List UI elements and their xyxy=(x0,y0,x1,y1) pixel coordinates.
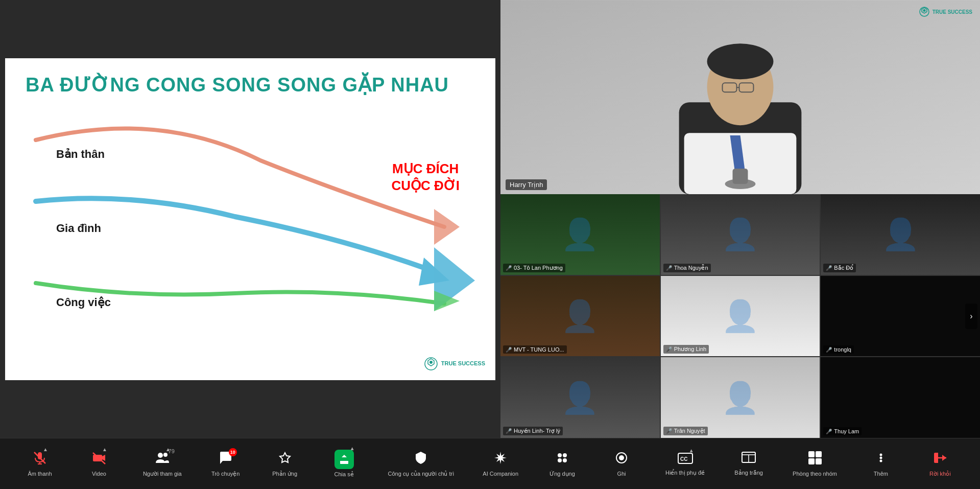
toolbar-item-am-thanh[interactable]: ▲ Âm thanh xyxy=(25,451,55,477)
toolbar-item-ai-companion[interactable]: AI Companion xyxy=(483,451,518,477)
breakout-icon xyxy=(808,451,822,469)
more-icon xyxy=(874,451,888,469)
participant-tile: 👤 🎤 Phương Linh xyxy=(661,276,820,357)
svg-point-42 xyxy=(879,454,882,456)
toolbar-item-tro-chuyen[interactable]: 10 Trò chuyện xyxy=(210,451,241,477)
participant-name: 🎤 Thoa Nguyễn xyxy=(663,264,711,272)
participant-name: 🎤 MVT - TUNG LUO... xyxy=(503,345,567,354)
toolbar: ▲ Âm thanh ▲ Video xyxy=(0,438,980,489)
record-icon xyxy=(614,451,629,469)
camera-icon xyxy=(92,451,106,469)
captions-icon: CC xyxy=(678,452,693,468)
watermark: TRUE SUCCESS xyxy=(919,6,972,17)
toolbar-item-hien-thi-phu-de[interactable]: CC ▲ Hiển thị phụ đề xyxy=(665,452,705,476)
svg-point-12 xyxy=(707,43,774,79)
toolbar-item-phan-ung[interactable]: Phản ứng xyxy=(270,451,300,477)
apps-icon xyxy=(555,451,569,469)
logo-icon xyxy=(424,357,438,371)
slide-logo: TRUE SUCCESS xyxy=(424,357,485,371)
toolbar-label-cong-cu: Công cụ của người chủ trì xyxy=(388,471,455,477)
participant-tile: 👤 🎤 03- Tô Lan Phương xyxy=(500,194,660,275)
svg-marker-2 xyxy=(434,209,460,245)
moderator-icon xyxy=(414,451,428,469)
svg-point-44 xyxy=(879,460,882,462)
svg-rect-17 xyxy=(733,169,748,184)
toolbar-label-bang-trang: Bảng trắng xyxy=(734,470,763,476)
svg-point-5 xyxy=(429,361,433,364)
participant-name: 🎤 Bắc Đổ xyxy=(823,264,856,272)
mic-muted-icon: 🎤 xyxy=(826,265,832,271)
slide-curves xyxy=(5,99,495,380)
toolbar-item-them[interactable]: Thêm xyxy=(866,451,896,477)
mic-muted-icon: 🎤 xyxy=(506,347,512,353)
svg-rect-38 xyxy=(808,451,815,457)
toolbar-label-ghi: Ghi xyxy=(617,471,626,477)
main-layout: BA ĐƯỜNG CONG SONG SONG GẶP NHAU Bản t xyxy=(0,0,980,438)
toolbar-label-roi-khoi: Rời khỏi xyxy=(929,471,951,477)
label-giadinh: Gia đình xyxy=(56,222,101,235)
svg-point-30 xyxy=(563,458,567,462)
chevron-up-icon: ▲ xyxy=(165,447,171,452)
mic-muted-icon: 🎤 xyxy=(506,265,512,271)
participants-icon xyxy=(155,451,170,469)
right-panel: TRUE SUCCESS xyxy=(500,0,980,438)
toolbar-item-video[interactable]: ▲ Video xyxy=(84,451,114,477)
participant-tile: 👤 🎤 Thoa Nguyễn xyxy=(661,194,820,275)
svg-rect-40 xyxy=(808,458,815,464)
ai-companion-icon xyxy=(493,451,508,469)
svg-point-29 xyxy=(558,458,562,462)
mic-muted-icon: 🎤 xyxy=(666,428,672,434)
toolbar-item-ung-dung[interactable]: Ứng dụng xyxy=(547,451,578,477)
toolbar-item-ghi[interactable]: Ghi xyxy=(606,451,637,477)
toolbar-item-nguoi-tham-gia[interactable]: 79 ▲ Người tham gia xyxy=(143,451,182,477)
svg-point-27 xyxy=(558,453,562,457)
participants-grid: 👤 🎤 03- Tô Lan Phương 👤 🎤 Thoa Nguyễn 👤 xyxy=(500,194,980,438)
slide-title: BA ĐƯỜNG CONG SONG SONG GẶP NHAU xyxy=(26,74,475,96)
toolbar-item-phong-theo-nhom[interactable]: Phòng theo nhóm xyxy=(793,451,837,477)
label-banthan: Bản thân xyxy=(56,148,105,161)
toolbar-label-tro-chuyen: Trò chuyện xyxy=(211,471,240,477)
chevron-up-icon: ▲ xyxy=(43,447,48,452)
svg-point-28 xyxy=(563,453,567,457)
slide-content: BA ĐƯỜNG CONG SONG SONG GẶP NHAU Bản t xyxy=(5,58,495,380)
speaker-name-badge: Harry Trịnh xyxy=(506,179,547,190)
participant-tile: 👤 🎤 Huyền Linh- Trợ lý xyxy=(500,357,660,438)
svg-point-25 xyxy=(158,453,163,458)
toolbar-label-ung-dung: Ứng dụng xyxy=(549,471,575,477)
svg-marker-23 xyxy=(102,455,105,461)
leave-icon xyxy=(933,451,947,469)
mic-icon xyxy=(33,451,47,469)
participant-name: 🎤 Phương Linh xyxy=(663,345,709,354)
toolbar-item-bang-trang[interactable]: Bảng trắng xyxy=(733,452,764,476)
participant-tile: 🎤 tronglq xyxy=(821,276,980,357)
participant-name: 🎤 tronglq xyxy=(823,345,854,354)
watermark-text: TRUE SUCCESS xyxy=(933,9,972,15)
speaker-figure-svg xyxy=(500,0,980,194)
participant-name: 🎤 Thuy Lam xyxy=(823,427,862,435)
toolbar-item-cong-cu[interactable]: Công cụ của người chủ trì xyxy=(388,451,455,477)
toolbar-label-them: Thêm xyxy=(874,471,888,477)
participant-name: 🎤 03- Tô Lan Phương xyxy=(503,264,565,272)
svg-point-7 xyxy=(923,9,925,12)
toolbar-item-roi-khoi[interactable]: Rời khỏi xyxy=(925,451,955,477)
participant-name: 🎤 Huyền Linh- Trợ lý xyxy=(503,427,563,435)
toolbar-label-chia-se: Chia sẻ xyxy=(334,471,354,478)
mic-muted-icon: 🎤 xyxy=(506,428,512,434)
participant-tile: 👤 🎤 Trân Nguyệt xyxy=(661,357,820,438)
mic-muted-icon: 🎤 xyxy=(826,347,832,353)
expand-button[interactable]: › xyxy=(965,304,977,329)
toolbar-label-ai-companion: AI Companion xyxy=(483,471,518,477)
toolbar-label-nguoi-tham-gia: Người tham gia xyxy=(143,471,182,477)
reaction-icon xyxy=(278,451,292,469)
chevron-up-icon: ▲ xyxy=(102,447,107,452)
svg-point-32 xyxy=(619,455,624,460)
logo-text: TRUE SUCCESS xyxy=(441,360,485,367)
svg-point-26 xyxy=(163,453,168,457)
toolbar-item-chia-se[interactable]: ▲ Chia sẻ xyxy=(329,450,360,478)
toolbar-label-am-thanh: Âm thanh xyxy=(28,471,52,477)
svg-point-43 xyxy=(879,457,882,459)
participant-tile: 🎤 Thuy Lam xyxy=(821,357,980,438)
chevron-up-icon: ▲ xyxy=(350,446,355,451)
chevron-up-icon: ▲ xyxy=(689,448,694,453)
label-congviec: Công việc xyxy=(56,296,111,309)
